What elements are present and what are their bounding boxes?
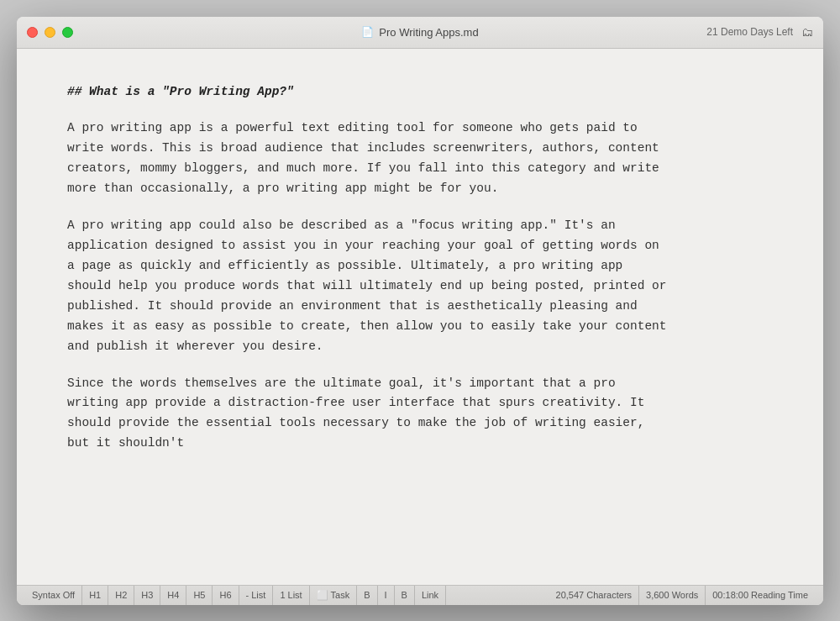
h1-button[interactable]: H1 [82, 586, 108, 605]
app-window: 📄 Pro Writing Apps.md 21 Demo Days Left … [17, 17, 823, 605]
document-icon: 📄 [361, 26, 374, 38]
maximize-button[interactable] [62, 27, 73, 38]
task-button[interactable]: ⬜ Task [310, 586, 357, 605]
h4-button[interactable]: H4 [160, 586, 186, 605]
h2-button[interactable]: H2 [108, 586, 134, 605]
document-heading: ## What is a "Pro Writing App?" [67, 82, 773, 103]
list-dash-button[interactable]: - List [239, 586, 274, 605]
close-button[interactable] [27, 27, 38, 38]
traffic-lights [27, 27, 73, 38]
paragraph-1: A pro writing app is a powerful text edi… [67, 118, 672, 199]
link-button[interactable]: Link [415, 586, 446, 605]
words-count: 3,600 Words [639, 586, 706, 605]
syntax-off-button[interactable]: Syntax Off [25, 586, 82, 605]
paragraph-3: Since the words themselves are the ultim… [67, 374, 672, 455]
status-bar: Syntax Off H1 H2 H3 H4 H5 H6 - List 1 Li… [17, 585, 823, 605]
list-num-button[interactable]: 1 List [273, 586, 309, 605]
reading-time: 00:18:00 Reading Time [706, 586, 815, 605]
characters-count: 20,547 Characters [549, 586, 640, 605]
titlebar: 📄 Pro Writing Apps.md 21 Demo Days Left … [17, 17, 823, 49]
titlebar-filename: Pro Writing Apps.md [379, 26, 478, 39]
titlebar-right: 21 Demo Days Left 🗂 [706, 25, 813, 39]
bold-alt-button[interactable]: B [395, 586, 415, 605]
h5-button[interactable]: H5 [186, 586, 213, 605]
folder-icon[interactable]: 🗂 [801, 25, 813, 39]
minimize-button[interactable] [45, 27, 55, 38]
status-spacer [446, 586, 549, 605]
italic-button[interactable]: I [378, 586, 395, 605]
h6-button[interactable]: H6 [213, 586, 239, 605]
editor-content[interactable]: ## What is a "Pro Writing App?" A pro wr… [17, 49, 823, 585]
titlebar-center: 📄 Pro Writing Apps.md [361, 26, 478, 39]
paragraph-2: A pro writing app could also be describe… [67, 216, 672, 356]
h3-button[interactable]: H3 [134, 586, 160, 605]
bold-button[interactable]: B [357, 586, 377, 605]
demo-days-label: 21 Demo Days Left [706, 26, 793, 38]
